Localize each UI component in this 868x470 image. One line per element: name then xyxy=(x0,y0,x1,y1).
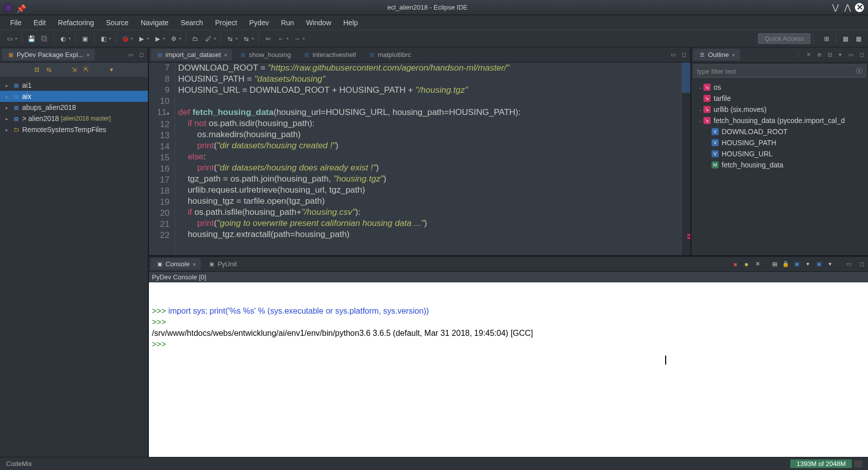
menu-search[interactable]: Search xyxy=(175,17,209,29)
external-button[interactable]: ⚙ xyxy=(168,33,179,44)
view-menu-button[interactable]: ▾ xyxy=(107,65,116,74)
tab-outline[interactable]: ☰ Outline × xyxy=(693,49,740,61)
outline-item-fetch_housing_data[interactable]: ⌄↘fetch_housing_data (pycode.import_cal_… xyxy=(691,115,868,126)
display-console-button[interactable]: ▾ xyxy=(803,260,812,269)
hide-button[interactable]: ⊟ xyxy=(825,50,834,60)
dropdown-icon[interactable]: ▾ xyxy=(69,36,73,41)
expand-icon[interactable]: ▸ xyxy=(3,116,10,122)
editor-tab-matplotlibrc[interactable]: ▤matplotlibrc xyxy=(363,49,416,61)
remove-launch-button[interactable]: ✕ xyxy=(753,260,762,269)
dropdown-icon[interactable]: ▾ xyxy=(15,36,19,41)
expand-icon[interactable]: ⌄ xyxy=(698,118,703,123)
expand-icon[interactable]: ⌄ xyxy=(698,85,703,90)
tree-item-ai1[interactable]: ▸▦ai1 xyxy=(0,80,148,91)
menu-source[interactable]: Source xyxy=(100,17,134,29)
import-button[interactable]: ⇲ xyxy=(70,65,79,74)
view-menu-button[interactable]: ▾ xyxy=(836,50,845,60)
menu-project[interactable]: Project xyxy=(209,17,243,29)
maximize-view-button[interactable]: ◻ xyxy=(137,50,146,60)
maximize-view-button[interactable]: ◻ xyxy=(679,50,688,60)
coverage-button[interactable]: ▶ xyxy=(152,33,163,44)
editor-tab-import_cal_dataset[interactable]: ▤import_cal_dataset× xyxy=(151,49,232,61)
terminate-all-button[interactable]: ■ xyxy=(742,260,751,269)
outline-filter-input[interactable]: type filter text ⓧ xyxy=(693,65,866,78)
close-icon[interactable]: × xyxy=(732,52,735,58)
dropdown-icon[interactable]: ▾ xyxy=(287,36,291,41)
collapse-all-button[interactable]: ⊟ xyxy=(32,65,41,74)
menu-refactoring[interactable]: Refactoring xyxy=(52,17,100,29)
tree-item-alien2018[interactable]: ▸▦> alien2018 [alien2018 master] xyxy=(0,113,148,124)
new-button[interactable]: ▭ xyxy=(4,33,15,44)
clear-icon[interactable]: ⓧ xyxy=(856,67,862,76)
dropdown-icon[interactable]: ▾ xyxy=(131,36,135,41)
outline-item-urllib[interactable]: ⌄↘urllib (six.moves) xyxy=(691,104,868,115)
pin-console-button[interactable]: ▣ xyxy=(792,260,801,269)
close-icon[interactable]: × xyxy=(224,52,227,58)
save-all-button[interactable]: ⿻ xyxy=(39,33,50,44)
back-button[interactable]: ← xyxy=(276,33,287,44)
outline-item-os[interactable]: ⌄↘os xyxy=(691,82,868,93)
run-button[interactable]: ▶ xyxy=(136,33,147,44)
quick-access-input[interactable]: Quick Access xyxy=(758,33,810,44)
expand-icon[interactable]: ▸ xyxy=(3,127,10,133)
pydev-perspective-button[interactable]: ▦ xyxy=(853,33,864,44)
last-edit-button[interactable]: ⇦ xyxy=(262,33,274,44)
debug-button[interactable]: 🐞 xyxy=(120,33,131,44)
menu-edit[interactable]: Edit xyxy=(28,17,52,29)
filter-button[interactable]: ✕ xyxy=(804,50,813,60)
clear-console-button[interactable]: ▤ xyxy=(770,260,779,269)
menu-pydev[interactable]: Pydev xyxy=(243,17,275,29)
terminal-button[interactable]: ▣ xyxy=(79,33,90,44)
open-perspective-button[interactable]: ⊞ xyxy=(821,33,832,44)
menu-help[interactable]: Help xyxy=(337,17,364,29)
maximize-button[interactable]: ⋀ xyxy=(843,3,852,12)
terminate-button[interactable]: ■ xyxy=(731,260,740,269)
build-button[interactable]: ◧ xyxy=(98,33,109,44)
editor-tab-show_housing[interactable]: ▤show_housing xyxy=(234,49,296,61)
filter-button[interactable]: ⊕ xyxy=(815,50,824,60)
forward-button[interactable]: → xyxy=(292,33,303,44)
nav-button[interactable]: ⇆ xyxy=(241,33,252,44)
maximize-view-button[interactable]: ◻ xyxy=(857,260,866,269)
editor-tab-interactiveshell[interactable]: ▤interactiveshell xyxy=(298,49,361,61)
stop-button[interactable]: ◐ xyxy=(58,33,69,44)
tree-item-aix[interactable]: ▸▦aix xyxy=(0,91,148,102)
dropdown-icon[interactable]: ▾ xyxy=(163,36,167,41)
save-button[interactable]: 💾 xyxy=(26,33,37,44)
expand-icon[interactable]: ⌄ xyxy=(698,107,703,112)
nav-button[interactable]: ⇆ xyxy=(225,33,236,44)
menu-window[interactable]: Window xyxy=(300,17,337,29)
minimize-view-button[interactable]: ▭ xyxy=(126,50,135,60)
minimize-view-button[interactable]: ▭ xyxy=(846,50,855,60)
gc-icon[interactable] xyxy=(854,460,862,467)
minimize-view-button[interactable]: ▭ xyxy=(844,260,853,269)
outline-item-fetch_housing_data[interactable]: Mfetch_housing_data xyxy=(691,159,868,170)
java-perspective-button[interactable]: ▦ xyxy=(840,33,851,44)
dropdown-icon[interactable]: ▾ xyxy=(214,36,218,41)
code-content[interactable]: DOWNLOAD_ROOT = "https://raw.githubuserc… xyxy=(175,63,681,255)
tab-pkg-explorer[interactable]: ▦ PyDev Package Expl... × xyxy=(2,49,95,61)
console-tab-pyunit[interactable]: ▣PyUnit xyxy=(203,258,242,270)
pin-icon[interactable]: 📌 xyxy=(16,4,23,11)
minimize-button[interactable]: ⋁ xyxy=(831,3,840,12)
new-console-button[interactable]: ▾ xyxy=(826,260,835,269)
tree-item-abupsalien2018[interactable]: ▸▦abups_alien2018 xyxy=(0,102,148,113)
close-button[interactable]: ✕ xyxy=(855,3,864,12)
menu-run[interactable]: Run xyxy=(275,17,300,29)
maximize-view-button[interactable]: ◻ xyxy=(857,50,866,60)
tree-item-remotesystemstempfiles[interactable]: ▸🗀RemoteSystemsTempFiles xyxy=(0,124,148,135)
open-console-button[interactable]: ▣ xyxy=(815,260,824,269)
memory-indicator[interactable]: 1393M of 2048M xyxy=(790,459,852,468)
outline-item-download_root[interactable]: VDOWNLOAD_ROOT xyxy=(691,126,868,137)
link-editor-button[interactable]: ⇆ xyxy=(44,65,53,74)
menu-navigate[interactable]: Navigate xyxy=(135,17,175,29)
dropdown-icon[interactable]: ▾ xyxy=(236,36,240,41)
close-icon[interactable]: × xyxy=(193,261,196,267)
dropdown-icon[interactable]: ▾ xyxy=(252,36,256,41)
dropdown-icon[interactable]: ▾ xyxy=(109,36,113,41)
outline-item-tarfile[interactable]: ↘tarfile xyxy=(691,93,868,104)
outline-item-housing_path[interactable]: VHOUSING_PATH xyxy=(691,137,868,148)
close-icon[interactable]: × xyxy=(86,52,89,58)
dropdown-icon[interactable]: ▾ xyxy=(179,36,183,41)
console-output[interactable]: >>> import sys; print('%s %s' % (sys.exe… xyxy=(149,282,868,457)
